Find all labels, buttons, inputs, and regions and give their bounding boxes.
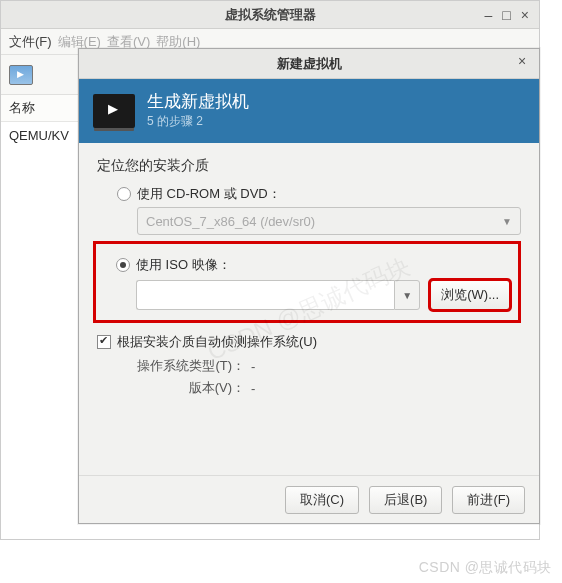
section-label: 定位您的安装介质	[97, 157, 521, 175]
browse-button[interactable]: 浏览(W)...	[430, 280, 510, 310]
autodetect-checkbox[interactable]	[97, 335, 111, 349]
cdrom-value: CentOS_7_x86_64 (/dev/sr0)	[146, 214, 315, 229]
version-row: 版本(V)： -	[121, 379, 521, 397]
new-vm-icon[interactable]	[9, 65, 33, 85]
dialog-title: 新建虚拟机	[79, 55, 539, 73]
chevron-down-icon: ▼	[502, 216, 512, 227]
iso-combo[interactable]: ▼	[136, 280, 420, 310]
radio-iso-row[interactable]: 使用 ISO 映像：	[116, 256, 510, 274]
os-type-row: 操作系统类型(T)： -	[121, 357, 521, 375]
radio-cdrom-label: 使用 CD-ROM 或 DVD：	[137, 185, 281, 203]
dialog-header-text: 生成新虚拟机 5 的步骤 2	[147, 92, 249, 129]
radio-iso[interactable]	[116, 258, 130, 272]
iso-row: ▼ 浏览(W)...	[136, 280, 510, 310]
vm-icon	[93, 94, 135, 128]
back-button[interactable]: 后退(B)	[369, 486, 442, 514]
dialog-close-icon[interactable]: ×	[513, 53, 531, 71]
autodetect-row[interactable]: 根据安装介质自动侦测操作系统(U)	[97, 333, 521, 351]
highlight-box: 使用 ISO 映像： ▼ 浏览(W)...	[93, 241, 521, 323]
cdrom-combo: CentOS_7_x86_64 (/dev/sr0) ▼	[137, 207, 521, 235]
radio-cdrom-row[interactable]: 使用 CD-ROM 或 DVD：	[117, 185, 521, 203]
dialog-body: CSDN @思诚代码块 定位您的安装介质 使用 CD-ROM 或 DVD： Ce…	[79, 143, 539, 475]
radio-iso-label: 使用 ISO 映像：	[136, 256, 231, 274]
menu-file[interactable]: 文件(F)	[9, 33, 52, 51]
iso-path-input[interactable]	[136, 280, 394, 310]
os-type-label: 操作系统类型(T)：	[121, 357, 251, 375]
radio-cdrom[interactable]	[117, 187, 131, 201]
autodetect-label: 根据安装介质自动侦测操作系统(U)	[117, 333, 317, 351]
dialog-footer: 取消(C) 后退(B) 前进(F)	[79, 475, 539, 523]
dialog-header-title: 生成新虚拟机	[147, 92, 249, 112]
main-titlebar: 虚拟系统管理器 – □ ×	[1, 1, 539, 29]
forward-button[interactable]: 前进(F)	[452, 486, 525, 514]
os-type-value: -	[251, 359, 255, 374]
version-value: -	[251, 381, 255, 396]
window-controls: – □ ×	[485, 1, 535, 29]
dialog-header-step: 5 的步骤 2	[147, 113, 249, 130]
chevron-down-icon[interactable]: ▼	[394, 280, 420, 310]
cancel-button[interactable]: 取消(C)	[285, 486, 359, 514]
maximize-icon[interactable]: □	[502, 7, 510, 23]
dialog-titlebar: 新建虚拟机 ×	[79, 49, 539, 79]
version-label: 版本(V)：	[121, 379, 251, 397]
dialog-header: 生成新虚拟机 5 的步骤 2	[79, 79, 539, 143]
watermark: CSDN @思诚代码块	[419, 559, 552, 577]
main-window-title: 虚拟系统管理器	[1, 6, 539, 24]
minimize-icon[interactable]: –	[485, 7, 493, 23]
new-vm-dialog: 新建虚拟机 × 生成新虚拟机 5 的步骤 2 CSDN @思诚代码块 定位您的安…	[78, 48, 540, 524]
close-icon[interactable]: ×	[521, 7, 529, 23]
